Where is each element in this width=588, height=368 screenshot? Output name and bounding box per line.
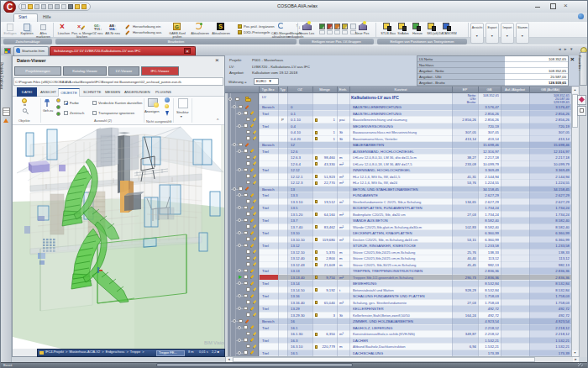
svg-text:BIM Vision: BIM Vision [204, 340, 224, 345]
